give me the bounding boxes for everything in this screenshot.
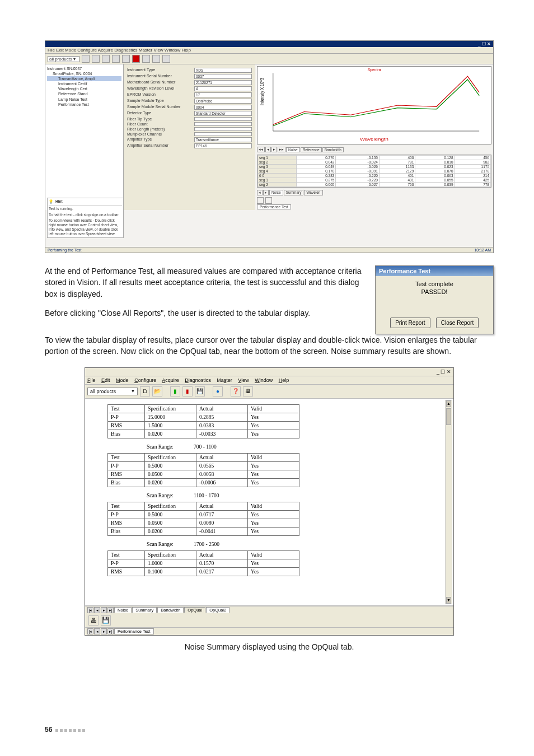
tbtn-print-icon[interactable]: 🖶 [243, 386, 253, 396]
instrument-info-panel: Instrument TypeXDS Instrument Serial Num… [124, 64, 255, 210]
scroll-thumb[interactable] [446, 408, 451, 425]
toolbar-btn-more[interactable] [162, 55, 170, 63]
scroll-down-icon[interactable]: ▼ [446, 597, 451, 604]
footer-dots-icon [55, 726, 87, 734]
nav-tree[interactable]: Instrument SN:0037 SmartProbe, SN: 0004 … [45, 64, 124, 210]
noise-table-2: TestSpecificationActualValid P-P0.50000.… [107, 502, 299, 536]
tree-perf-test[interactable]: Performance Test [47, 102, 121, 107]
print-report-button[interactable]: Print Report [390, 318, 430, 328]
window-titlebar: _ ☐ ✕ [45, 41, 493, 47]
para-3: To view the tabular display of results, … [45, 334, 494, 357]
tree-transmittance[interactable]: Transmittance, Ampli [47, 76, 121, 81]
vertical-scrollbar[interactable]: ▲ ▼ [445, 400, 452, 604]
toolbar-btn-open[interactable] [92, 55, 100, 63]
toolbar-btn-pause[interactable] [102, 55, 110, 63]
dialog-title: Performance Test [376, 266, 493, 276]
toolbar: all products ▾ [45, 54, 493, 64]
tab-nav-next-icon[interactable]: ▸ [101, 607, 107, 613]
close-report-button[interactable]: Close Report [436, 318, 479, 328]
info-val: XDS [194, 68, 252, 73]
tbtn-play-icon[interactable]: ▮ [170, 386, 180, 396]
window-controls: _ ☐ ✕ [478, 41, 491, 46]
window2-titlebar: _ ☐ ✕ [85, 368, 453, 376]
tree-wavelength-cert[interactable]: Wavelength Cert [47, 86, 121, 91]
data-table[interactable]: seg 10.276-0.1554000.128456seg 20.042-0.… [257, 155, 491, 188]
dialog-msg-complete: Test complete [380, 281, 489, 287]
tab-perf-test[interactable]: Performance Test [114, 628, 154, 634]
noise-table-1: TestSpecificationActualValid P-P0.50000.… [107, 453, 299, 487]
page-number: 56 [45, 726, 52, 734]
scan-range-2: Scan Range:1100 - 1700 [107, 489, 441, 502]
status-time: 10:12 AM [474, 248, 491, 252]
scroll-up-icon[interactable]: ▲ [446, 400, 451, 407]
tbtn-save-icon[interactable]: 💾 [195, 386, 205, 396]
sheet-tabs[interactable]: |◂ ◂ ▸ ▸| Noise Summary Bandwidth OpQual… [85, 606, 453, 614]
para-1: At the end of Performance Test, all meas… [45, 265, 365, 300]
tree-ref-stand[interactable]: Reference Stand [47, 91, 121, 96]
tab-noise[interactable]: Noise [114, 607, 132, 613]
bottom-tabs[interactable]: |◂ ◂ ▸ ▸| Performance Test [85, 627, 453, 635]
fig2-caption: Noise Summary displayed using the OpQual… [45, 642, 494, 651]
perf-test-dialog: Performance Test Test complete PASSED! P… [375, 265, 494, 334]
scan-range-3: Scan Range:1700 - 2500 [107, 538, 441, 550]
bottom-toolbar: 🖶 💾 [85, 614, 453, 627]
toolbar-btn-record[interactable] [132, 55, 140, 63]
tbtn-new-icon[interactable]: 🗋 [140, 386, 150, 396]
tree-lamp-noise[interactable]: Lamp Noise Test [47, 97, 121, 102]
toolbar-btn-print[interactable] [152, 55, 160, 63]
tab-opqual[interactable]: OpQual [184, 607, 205, 613]
spectra-title: Spectra [367, 68, 381, 72]
spectra-chart[interactable]: Spectra Wavelength Intensity X 10^3 [257, 66, 491, 144]
perf-test-tab[interactable]: Performance Test [255, 205, 493, 210]
spectra-xlabel: Wavelength [360, 137, 388, 142]
tab-opqual2[interactable]: OpQual2 [206, 607, 229, 613]
dialog-msg-passed: PASSED! [380, 288, 489, 295]
tab-summary[interactable]: Summary [132, 607, 157, 613]
para-2: Before clicking "Close All Reports", the… [45, 307, 365, 319]
info-lbl: Instrument Type [127, 68, 194, 73]
status-text: Performing the Test [48, 248, 82, 252]
tbtn-stop-icon[interactable]: ▮ [182, 386, 193, 396]
product-select2[interactable]: all products▼ [87, 388, 138, 395]
data-table-tabs[interactable]: ◂▸ Noise Summary Wavelen [255, 189, 493, 196]
hint-title: Hint [55, 199, 63, 204]
tree-instr-cert[interactable]: Instrument Certif [47, 81, 121, 86]
save-icon[interactable]: 💾 [101, 615, 111, 626]
status-bar: Performing the Test 10:12 AM [45, 247, 493, 253]
tbtn-help-icon[interactable]: ❓ [231, 386, 241, 396]
product-select[interactable]: all products ▾ [48, 56, 79, 62]
tbtn-open-icon[interactable]: 📂 [152, 386, 162, 396]
menubar[interactable]: File Edit Mode Configure Acquire Diagnos… [45, 47, 493, 54]
spectra-tabs[interactable]: ◂◂◂▸▸▸ Noise Reference Bandwidth [255, 146, 493, 153]
tab-nav-prev-icon[interactable]: ◂ [94, 607, 100, 613]
noise-table-3: TestSpecificationActualValid P-P1.00000.… [107, 550, 299, 576]
tree-smartprobe[interactable]: SmartProbe, SN: 0004 [47, 71, 121, 76]
noise-table-0: TestSpecificationActualValid P-P15.00000… [107, 404, 299, 438]
toolbar-btn-new[interactable] [82, 55, 90, 63]
toolbar-btn-stop[interactable] [112, 55, 120, 63]
vision-main-window: _ ☐ ✕ File Edit Mode Configure Acquire D… [45, 40, 494, 253]
page-footer: 56 [45, 726, 87, 734]
noise-summary-content[interactable]: TestSpecificationActualValid P-P15.00000… [85, 399, 453, 606]
toolbar-btn-help[interactable] [142, 55, 150, 63]
menubar2[interactable]: File Edit Mode Configure Acquire Diagnos… [85, 376, 453, 385]
noise-summary-window: _ ☐ ✕ File Edit Mode Configure Acquire D… [85, 367, 454, 636]
svg-text:Intensity X 10^3: Intensity X 10^3 [259, 78, 265, 105]
tree-root[interactable]: Instrument SN:0037 [47, 66, 121, 71]
tbtn-record-icon[interactable]: ● [213, 386, 223, 396]
lightbulb-icon: 💡 [49, 199, 53, 204]
tab-nav-last-icon[interactable]: ▸| [107, 607, 114, 613]
tab-bandwidth[interactable]: Bandwidth [157, 607, 184, 613]
tab-nav-first-icon[interactable]: |◂ [87, 607, 93, 613]
toolbar2: all products▼ 🗋 📂 ▮ ▮ 💾 ● ❓ 🖶 [85, 385, 453, 399]
print-icon[interactable]: 🖶 [88, 615, 99, 626]
toolbar-btn-save[interactable] [122, 55, 130, 63]
hint-panel: 💡 Hint Test is running. To halt the test… [47, 198, 124, 238]
scan-range-1: Scan Range:700 - 1100 [107, 441, 441, 453]
